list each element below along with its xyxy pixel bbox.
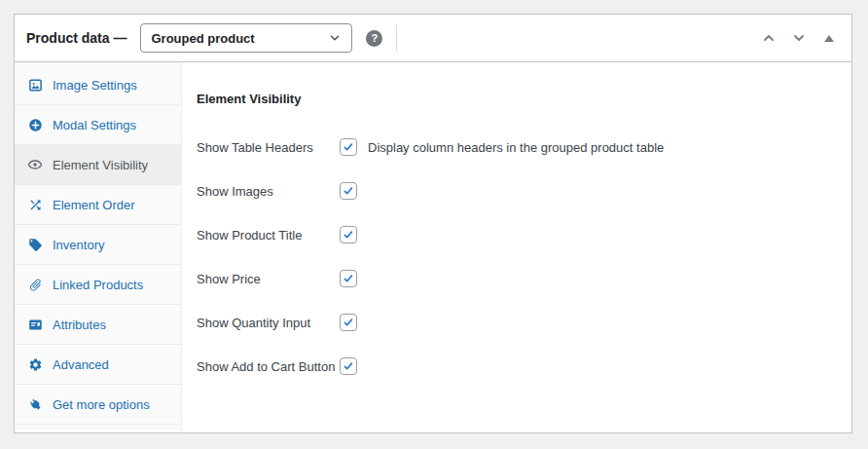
form-row-show-table-headers: Show Table Headers Display column header… bbox=[197, 138, 832, 156]
form-row-show-price: Show Price bbox=[197, 270, 832, 287]
paperclip-icon bbox=[27, 277, 43, 292]
tab-linked-products[interactable]: Linked Products bbox=[15, 265, 182, 305]
show-price-checkbox[interactable] bbox=[340, 270, 357, 287]
field-label: Show Product Title bbox=[197, 228, 340, 243]
form-row-show-quantity-input: Show Quantity Input bbox=[197, 314, 832, 331]
plug-icon bbox=[27, 396, 43, 412]
tab-image-settings[interactable]: Image Settings bbox=[15, 65, 182, 105]
plus-circle-icon bbox=[27, 117, 43, 132]
show-product-title-checkbox[interactable] bbox=[340, 226, 357, 243]
product-data-tabs: Image Settings Modal Settings Element Vi… bbox=[15, 62, 182, 432]
tab-element-visibility[interactable]: Element Visibility bbox=[15, 145, 182, 185]
tab-attributes[interactable]: Attributes bbox=[15, 305, 182, 345]
product-type-select[interactable]: Grouped product bbox=[140, 23, 352, 53]
tab-label: Inventory bbox=[53, 238, 104, 252]
toggle-panel-icon bbox=[824, 35, 834, 42]
form-row-show-images: Show Images bbox=[197, 182, 832, 200]
element-visibility-panel: Element Visibility Show Table Headers Di… bbox=[182, 62, 851, 432]
tab-label: Linked Products bbox=[53, 278, 143, 292]
gear-icon bbox=[27, 356, 43, 372]
tab-label: Attributes bbox=[53, 318, 106, 332]
tab-label: Image Settings bbox=[53, 78, 137, 93]
metabox-header: Product data — Grouped product ? bbox=[15, 15, 851, 62]
form-row-show-add-to-cart-button: Show Add to Cart Button bbox=[197, 357, 832, 375]
field-label: Show Add to Cart Button bbox=[197, 359, 340, 374]
metabox-title: Product data — bbox=[26, 30, 127, 46]
eye-icon bbox=[27, 157, 43, 172]
tab-inventory[interactable]: Inventory bbox=[15, 225, 182, 265]
field-description: Display column headers in the grouped pr… bbox=[368, 140, 664, 155]
help-icon[interactable]: ? bbox=[366, 30, 382, 47]
chevron-down-icon bbox=[328, 31, 342, 45]
tab-get-more-options[interactable]: Get more options bbox=[15, 385, 182, 425]
tab-label: Advanced bbox=[53, 357, 109, 372]
tab-label: Get more options bbox=[53, 397, 150, 412]
card-icon bbox=[27, 317, 43, 332]
show-add-to-cart-checkbox[interactable] bbox=[340, 357, 357, 375]
move-down-button[interactable] bbox=[790, 29, 808, 47]
tab-label: Element Order bbox=[53, 198, 135, 212]
shuffle-icon bbox=[27, 197, 43, 212]
product-data-metabox: Product data — Grouped product ? bbox=[14, 14, 852, 433]
show-images-checkbox[interactable] bbox=[340, 182, 357, 200]
tab-label: Element Visibility bbox=[53, 158, 148, 172]
image-icon bbox=[27, 77, 43, 93]
toggle-panel-button[interactable] bbox=[820, 29, 838, 47]
field-label: Show Images bbox=[197, 184, 340, 199]
field-label: Show Table Headers bbox=[197, 140, 340, 155]
metabox-body: Image Settings Modal Settings Element Vi… bbox=[15, 62, 851, 432]
tab-element-order[interactable]: Element Order bbox=[15, 185, 182, 225]
show-table-headers-checkbox[interactable] bbox=[340, 138, 357, 156]
field-label: Show Price bbox=[197, 272, 340, 286]
form-row-show-product-title: Show Product Title bbox=[197, 226, 832, 243]
show-quantity-input-checkbox[interactable] bbox=[340, 314, 357, 331]
field-label: Show Quantity Input bbox=[197, 316, 340, 330]
tab-label: Modal Settings bbox=[53, 118, 136, 132]
tab-advanced[interactable]: Advanced bbox=[15, 345, 182, 385]
panel-heading: Element Visibility bbox=[197, 92, 832, 106]
tab-modal-settings[interactable]: Modal Settings bbox=[15, 105, 182, 145]
tag-icon bbox=[27, 237, 43, 252]
move-up-button[interactable] bbox=[760, 29, 778, 47]
metabox-controls bbox=[760, 29, 838, 47]
product-type-value: Grouped product bbox=[151, 31, 254, 46]
header-divider bbox=[396, 24, 397, 52]
